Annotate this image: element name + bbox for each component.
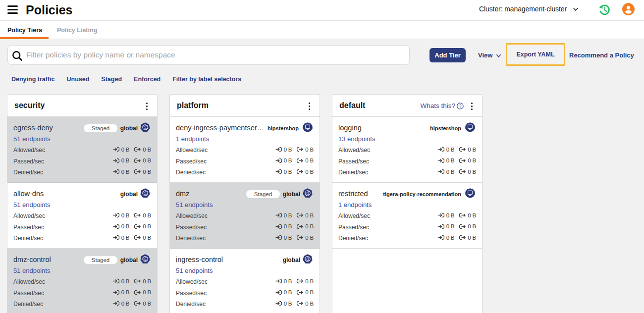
- svg-text:?: ?: [459, 104, 462, 108]
